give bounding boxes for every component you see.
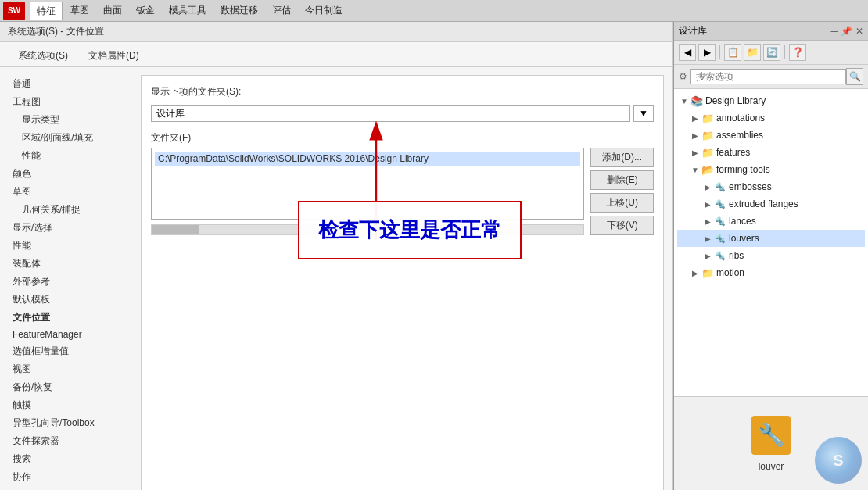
buttons-column: 添加(D)... 删除(E) 上移(U) 下移(V) <box>590 148 654 235</box>
tree-label-extruded-flanges: extruded flanges <box>729 199 798 209</box>
nav-messages-errors[interactable]: 信息/错误/警告 <box>8 486 133 490</box>
content-area: 普通 工程图 显示类型 区域/剖面线/填充 性能 颜色 草图 几何关系/捕捉 显… <box>0 67 672 490</box>
close-icon[interactable]: ✕ <box>855 26 863 37</box>
nav-file-explorer[interactable]: 文件探索器 <box>8 432 133 450</box>
nav-performance[interactable]: 性能 <box>8 237 133 255</box>
toolbar-separator-1 <box>719 45 720 59</box>
menu-item-moldtools[interactable]: 模具工具 <box>163 2 213 20</box>
toolbar-separator-2 <box>784 45 785 59</box>
folder-icon-root: 📚 <box>690 94 704 108</box>
sw-watermark: S <box>815 437 862 484</box>
folder-icon-features: 📁 <box>701 145 715 159</box>
folder-icon-annotations: 📁 <box>701 111 715 125</box>
menu-item-today[interactable]: 今日制造 <box>299 2 349 20</box>
nav-touch[interactable]: 触摸 <box>8 396 133 414</box>
minimize-icon[interactable]: ─ <box>830 26 838 37</box>
back-button[interactable]: ◀ <box>679 44 696 61</box>
show-folders-label: 显示下项的文件夹(S): <box>151 85 654 98</box>
tree-item-ribs[interactable]: ▶ 🔩 ribs <box>677 247 865 264</box>
menu-item-evaluate[interactable]: 评估 <box>266 2 297 20</box>
menu-item-features[interactable]: 特征 <box>30 2 63 20</box>
tree-label-louvers: louvers <box>729 233 759 244</box>
expand-embosses[interactable]: ▶ <box>702 181 713 192</box>
tree-item-louvers[interactable]: ▶ 🔩 louvers <box>677 230 865 247</box>
search-input[interactable] <box>690 69 846 84</box>
expand-forming-tools[interactable]: ▼ <box>690 164 701 175</box>
menu-item-surface[interactable]: 曲面 <box>97 2 128 20</box>
nav-feature-manager[interactable]: FeatureManager <box>8 327 133 342</box>
file-path-entry[interactable]: C:\ProgramData\SolidWorks\SOLIDWORKS 201… <box>155 152 580 166</box>
tree-label-assemblies: assemblies <box>716 130 763 141</box>
tree-item-assemblies[interactable]: ▶ 📁 assemblies <box>677 127 865 144</box>
add-to-library-button[interactable]: 📋 <box>724 44 741 61</box>
nav-backup-restore[interactable]: 备份/恢复 <box>8 378 133 396</box>
expand-root[interactable]: ▼ <box>679 95 690 106</box>
tab-system-options[interactable]: 系统选项(S) <box>8 45 78 66</box>
expand-annotations[interactable]: ▶ <box>690 113 701 123</box>
nav-default-templates[interactable]: 默认模板 <box>8 291 133 309</box>
nav-assemblies[interactable]: 装配体 <box>8 255 133 273</box>
search-button[interactable]: 🔍 <box>846 68 863 85</box>
expand-assemblies[interactable]: ▶ <box>690 130 701 141</box>
pin-icon[interactable]: 📌 <box>841 26 852 37</box>
nav-sketch[interactable]: 草图 <box>8 183 133 201</box>
tab-doc-properties[interactable]: 文档属性(D) <box>78 45 149 66</box>
gear-icon: ⚙ <box>679 71 687 82</box>
expand-extruded-flanges[interactable]: ▶ <box>702 199 713 209</box>
tree-item-annotations[interactable]: ▶ 📁 annotations <box>677 109 865 127</box>
expand-ribs[interactable]: ▶ <box>702 250 713 261</box>
menu-item-sketch[interactable]: 草图 <box>64 2 95 20</box>
expand-louvers[interactable]: ▶ <box>702 233 713 244</box>
up-button[interactable]: 上移(U) <box>590 193 654 213</box>
tree-item-motion[interactable]: ▶ 📁 motion <box>677 264 865 281</box>
tree-item-lances[interactable]: ▶ 🔩 lances <box>677 213 865 230</box>
tool-icon-louvers: 🔩 <box>713 231 727 245</box>
nav-display-select[interactable]: 显示/选择 <box>8 219 133 237</box>
tool-icon-ribs: 🔩 <box>713 249 727 263</box>
tool-icon-lances: 🔩 <box>713 214 727 228</box>
create-folder-button[interactable]: 📁 <box>744 44 761 61</box>
nav-collaboration[interactable]: 协作 <box>8 468 133 486</box>
menu-bar: SW 特征 草图 曲面 钣金 模具工具 数据迁移 评估 今日制造 <box>0 0 868 22</box>
nav-toolbox[interactable]: 异型孔向导/Toolbox <box>8 414 133 432</box>
tree-label-ribs: ribs <box>729 250 744 261</box>
refresh-button[interactable]: 🔄 <box>763 44 780 61</box>
nav-general[interactable]: 普通 <box>8 75 133 93</box>
tree-root-design-library[interactable]: ▼ 📚 Design Library <box>677 92 865 109</box>
nav-colors[interactable]: 颜色 <box>8 165 133 183</box>
tree-item-forming-tools[interactable]: ▼ 📂 forming tools <box>677 161 865 178</box>
help-button[interactable]: ❓ <box>789 44 806 61</box>
settings-panel: 显示下项的文件夹(S): 设计库 ▼ 文件夹(F) C:\ProgramData… <box>141 75 664 490</box>
folder-dropdown: 设计库 ▼ <box>151 105 654 122</box>
add-button[interactable]: 添加(D)... <box>590 148 654 167</box>
scrollbar-thumb[interactable] <box>152 225 199 234</box>
delete-button[interactable]: 删除(E) <box>590 170 654 190</box>
tree-item-features[interactable]: ▶ 📁 features <box>677 144 865 161</box>
folder-select-arrow[interactable]: ▼ <box>633 105 654 122</box>
tree-item-embosses[interactable]: ▶ 🔩 embosses <box>677 178 865 195</box>
nav-spinbox-increment[interactable]: 选值框增量值 <box>8 342 133 360</box>
tree-root-label: Design Library <box>705 95 766 106</box>
menu-item-sheetmetal[interactable]: 钣金 <box>130 2 161 20</box>
expand-features[interactable]: ▶ <box>690 147 701 158</box>
nav-external-refs[interactable]: 外部参考 <box>8 273 133 291</box>
nav-file-locations[interactable]: 文件位置 <box>8 309 133 327</box>
tree-label-lances: lances <box>729 216 756 227</box>
forward-button[interactable]: ▶ <box>698 44 716 61</box>
nav-performance-drawings[interactable]: 性能 <box>8 147 133 165</box>
nav-area-hatch[interactable]: 区域/剖面线/填充 <box>8 129 133 147</box>
tree-item-extruded-flanges[interactable]: ▶ 🔩 extruded flanges <box>677 195 865 213</box>
tree-label-features: features <box>716 147 750 158</box>
tabs-row: 系统选项(S) 文档属性(D) <box>0 42 672 67</box>
expand-motion[interactable]: ▶ <box>690 267 701 278</box>
expand-lances[interactable]: ▶ <box>702 216 713 227</box>
down-button[interactable]: 下移(V) <box>590 216 654 235</box>
menu-item-datamigration[interactable]: 数据迁移 <box>214 2 264 20</box>
folder-select[interactable]: 设计库 <box>151 105 630 122</box>
nav-relations-snap[interactable]: 几何关系/捕捉 <box>8 201 133 219</box>
nav-drawings[interactable]: 工程图 <box>8 93 133 111</box>
tree-label-embosses: embosses <box>729 181 772 192</box>
nav-view[interactable]: 视图 <box>8 360 133 378</box>
nav-search[interactable]: 搜索 <box>8 450 133 468</box>
nav-display-types[interactable]: 显示类型 <box>8 111 133 129</box>
